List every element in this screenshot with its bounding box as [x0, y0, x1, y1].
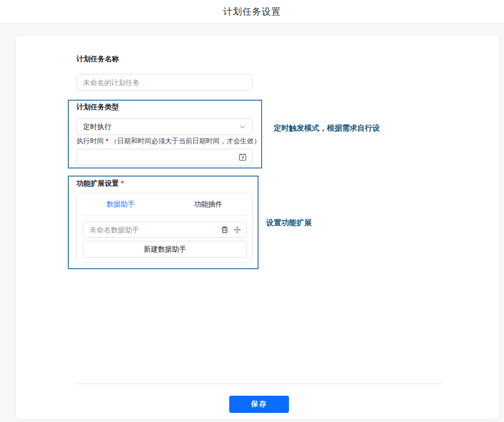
extension-label-text: 功能扩展设置 — [76, 179, 119, 187]
tab-data-assistant[interactable]: 数据助手 — [77, 200, 164, 209]
exec-time-label-text: 执行时间 — [76, 137, 104, 145]
chevron-down-icon — [239, 123, 246, 131]
assistant-item-row — [83, 222, 247, 238]
calendar-icon[interactable] — [238, 153, 247, 161]
annotation-extension-note: 设置功能扩展 — [266, 217, 312, 228]
extension-label: 功能扩展设置* — [76, 179, 123, 188]
footer-divider — [76, 384, 442, 384]
settings-card: 计划任务名称 计划任务类型 定时执行 执行时间* （日期和时间必须大于当前日期时… — [15, 35, 500, 419]
page-header: 计划任务设置 — [0, 0, 504, 24]
exec-time-input[interactable] — [83, 153, 238, 161]
tab-function-plugin[interactable]: 功能插件 — [164, 200, 252, 209]
task-type-label: 计划任务类型 — [76, 103, 119, 112]
required-mark: * — [106, 137, 108, 145]
task-type-select[interactable]: 定时执行 — [76, 118, 253, 135]
extension-panel: 数据助手 功能插件 — [76, 193, 253, 263]
task-type-selected-value: 定时执行 — [83, 122, 111, 132]
extension-tabs: 数据助手 功能插件 — [77, 193, 252, 215]
exec-time-hint: （日期和时间必须大于当前日期时间，才会生效） — [110, 137, 261, 145]
trash-icon[interactable] — [221, 226, 229, 234]
annotation-timer-note: 定时触发模式，根据需求自行设 — [274, 122, 380, 134]
exec-time-picker[interactable] — [76, 149, 253, 165]
task-name-label: 计划任务名称 — [76, 55, 119, 64]
required-mark: * — [121, 179, 123, 187]
save-button[interactable]: 保存 — [229, 396, 289, 413]
assistant-name-input[interactable] — [90, 226, 216, 234]
page-title: 计划任务设置 — [223, 6, 281, 18]
exec-time-label: 执行时间* （日期和时间必须大于当前日期时间，才会生效） — [76, 137, 261, 146]
add-assistant-button[interactable]: 新建数据助手 — [83, 241, 247, 258]
task-name-input[interactable] — [76, 74, 253, 91]
move-handle-icon[interactable] — [233, 226, 241, 234]
tabs-divider — [83, 215, 246, 216]
